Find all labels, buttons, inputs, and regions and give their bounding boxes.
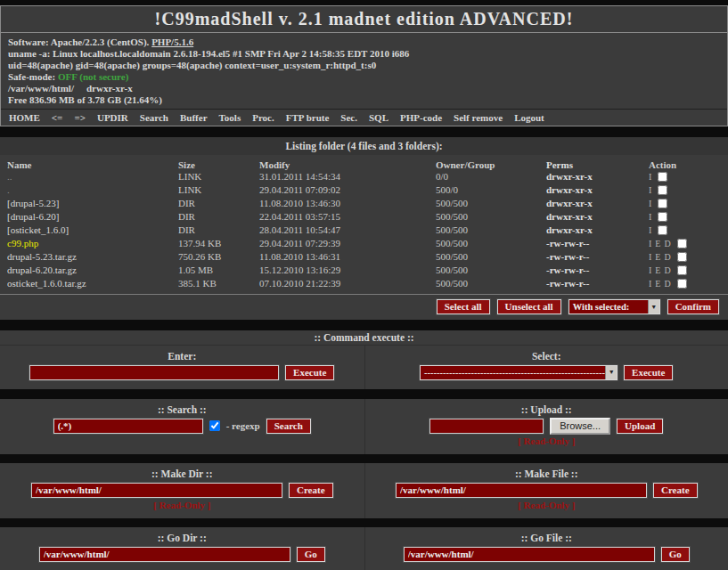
row-checkbox[interactable] bbox=[658, 185, 667, 195]
command-execute-button[interactable]: Execute bbox=[285, 365, 334, 380]
file-owner-group: 500/500 bbox=[436, 210, 546, 224]
spacer bbox=[0, 389, 728, 399]
action-info-link[interactable]: I bbox=[649, 224, 651, 237]
row-checkbox[interactable] bbox=[658, 172, 667, 182]
regexp-label: - regexp bbox=[226, 420, 260, 431]
file-name-link[interactable]: drupal-6.20.tar.gz bbox=[7, 264, 178, 277]
command-select-value: ----------------------------------------… bbox=[421, 368, 605, 378]
file-modify-date: 29.04.2011 07:29:39 bbox=[259, 237, 436, 250]
nav-item-search[interactable]: Search bbox=[140, 112, 168, 123]
unselect-all-button[interactable]: Unselect all bbox=[497, 299, 561, 314]
file-modify-date: 31.01.2011 14:54:34 bbox=[259, 170, 436, 183]
nav-item-tools[interactable]: Tools bbox=[219, 112, 241, 123]
nav-item-home[interactable]: HOME bbox=[9, 112, 40, 123]
nav-item-sql[interactable]: SQL bbox=[369, 112, 389, 123]
file-name-link[interactable]: [drupal-5.23] bbox=[7, 197, 178, 210]
action-info-link[interactable]: I bbox=[649, 170, 651, 183]
search-input[interactable] bbox=[53, 419, 203, 434]
action-download-link[interactable]: D bbox=[664, 277, 670, 290]
command-select-execute-button[interactable]: Execute bbox=[624, 365, 673, 380]
upload-button[interactable]: Upload bbox=[617, 419, 663, 434]
header-panel: !C99madShell v. 2.1 madnet edition ADVAN… bbox=[0, 5, 728, 126]
nav-item-self-remove[interactable]: Self remove bbox=[454, 112, 503, 123]
make-dir-title: :: Make Dir :: bbox=[0, 468, 364, 480]
action-info-link[interactable]: I bbox=[649, 264, 651, 277]
file-name-link[interactable]: c99.php bbox=[7, 237, 178, 250]
make-dir-input[interactable] bbox=[31, 483, 282, 498]
cwd-link[interactable]: /var/www/html/ bbox=[8, 83, 74, 94]
nav-item-proc[interactable]: Proc. bbox=[252, 112, 274, 123]
file-row: c99.php137.94 KB29.04.2011 07:29:39500/5… bbox=[0, 237, 728, 250]
action-info-link[interactable]: I bbox=[649, 277, 651, 290]
file-owner-group: 500/500 bbox=[436, 237, 546, 250]
action-info-link[interactable]: I bbox=[649, 183, 651, 197]
row-checkbox[interactable] bbox=[677, 279, 687, 289]
action-edit-link[interactable]: E bbox=[655, 264, 660, 277]
file-name-link[interactable]: . bbox=[7, 183, 178, 197]
file-name-link[interactable]: drupal-5.23.tar.gz bbox=[7, 250, 178, 264]
go-dir-button[interactable]: Go bbox=[297, 547, 325, 562]
action-download-link[interactable]: D bbox=[664, 264, 670, 277]
safe-mode-status: OFF (not secure) bbox=[58, 71, 128, 82]
row-checkbox[interactable] bbox=[677, 239, 687, 248]
go-file-button[interactable]: Go bbox=[661, 547, 690, 562]
file-name-link[interactable]: osticket_1.6.0.tar.gz bbox=[7, 277, 178, 290]
action-info-link[interactable]: I bbox=[649, 237, 651, 250]
action-edit-link[interactable]: E bbox=[655, 250, 660, 264]
nav-item-logout[interactable]: Logout bbox=[514, 112, 544, 123]
listing-header: Listing folder (4 files and 3 folders): bbox=[0, 137, 728, 155]
cwd-line: /var/www/html/drwxr-xr-x bbox=[8, 83, 720, 94]
file-owner-group: 500/500 bbox=[436, 197, 546, 210]
row-checkbox[interactable] bbox=[677, 252, 687, 262]
upload-readonly-note: [ Read-Only ] bbox=[365, 436, 728, 447]
upload-file-input[interactable] bbox=[429, 419, 544, 434]
nav-item-php-code[interactable]: PHP-code bbox=[400, 112, 442, 123]
browse-button[interactable]: Browse... bbox=[550, 418, 610, 435]
action-edit-link[interactable]: E bbox=[655, 277, 660, 290]
upload-pane: :: Upload :: Browse... Upload [ Read-Onl… bbox=[364, 399, 728, 454]
action-download-link[interactable]: D bbox=[664, 250, 670, 264]
action-info-link[interactable]: I bbox=[649, 197, 651, 210]
make-file-create-button[interactable]: Create bbox=[653, 483, 698, 498]
make-dir-create-button[interactable]: Create bbox=[289, 483, 333, 498]
confirm-button[interactable]: Confirm bbox=[667, 299, 719, 314]
command-select-dropdown[interactable]: ----------------------------------------… bbox=[420, 365, 618, 380]
row-checkbox[interactable] bbox=[677, 265, 687, 275]
make-file-input[interactable] bbox=[396, 483, 647, 498]
nav-item-sec[interactable]: Sec. bbox=[340, 112, 357, 123]
nav-item-buffer[interactable]: Buffer bbox=[180, 112, 208, 123]
file-name-link[interactable]: .. bbox=[7, 170, 178, 183]
file-name-link[interactable]: [osticket_1.6.0] bbox=[7, 224, 178, 237]
command-input[interactable] bbox=[29, 365, 279, 380]
go-dir-input[interactable] bbox=[39, 547, 290, 562]
c99-shell-page: !C99madShell v. 2.1 madnet edition ADVAN… bbox=[0, 0, 728, 570]
nav-item-ftp-brute[interactable]: FTP brute bbox=[286, 112, 330, 123]
file-size: DIR bbox=[178, 210, 259, 224]
search-button[interactable]: Search bbox=[266, 419, 311, 434]
spacer bbox=[0, 126, 728, 137]
action-info-link[interactable]: I bbox=[649, 250, 651, 264]
file-size: 137.94 KB bbox=[178, 237, 259, 250]
row-checkbox[interactable] bbox=[658, 225, 667, 235]
file-perms: -rw-rw-r-- bbox=[546, 237, 649, 250]
row-checkbox[interactable] bbox=[658, 199, 667, 208]
with-selected-dropdown[interactable]: With selected: ▼ bbox=[568, 299, 660, 314]
regexp-checkbox[interactable] bbox=[209, 420, 220, 431]
go-file-input[interactable] bbox=[404, 547, 655, 562]
action-download-link[interactable]: D bbox=[664, 237, 670, 250]
enter-label: Enter: bbox=[0, 350, 364, 362]
file-owner-group: 500/500 bbox=[436, 224, 546, 237]
select-all-button[interactable]: Select all bbox=[437, 299, 490, 314]
nav-item-back[interactable]: <= bbox=[52, 112, 63, 123]
php-version-link[interactable]: PHP/5.1.6 bbox=[151, 37, 193, 47]
make-dir-pane: :: Make Dir :: Create [ Read-Only ] bbox=[0, 463, 364, 518]
file-size: DIR bbox=[178, 197, 259, 210]
file-row: drupal-6.20.tar.gz1.05 MB15.12.2010 13:1… bbox=[0, 264, 728, 277]
row-checkbox[interactable] bbox=[658, 212, 667, 222]
file-name-link[interactable]: [drupal-6.20] bbox=[7, 210, 178, 224]
action-info-link[interactable]: I bbox=[649, 210, 651, 224]
nav-item-forward[interactable]: => bbox=[74, 112, 86, 123]
action-edit-link[interactable]: E bbox=[655, 237, 660, 250]
nav-item-updir[interactable]: UPDIR bbox=[97, 112, 128, 123]
file-size: LINK bbox=[178, 183, 259, 197]
